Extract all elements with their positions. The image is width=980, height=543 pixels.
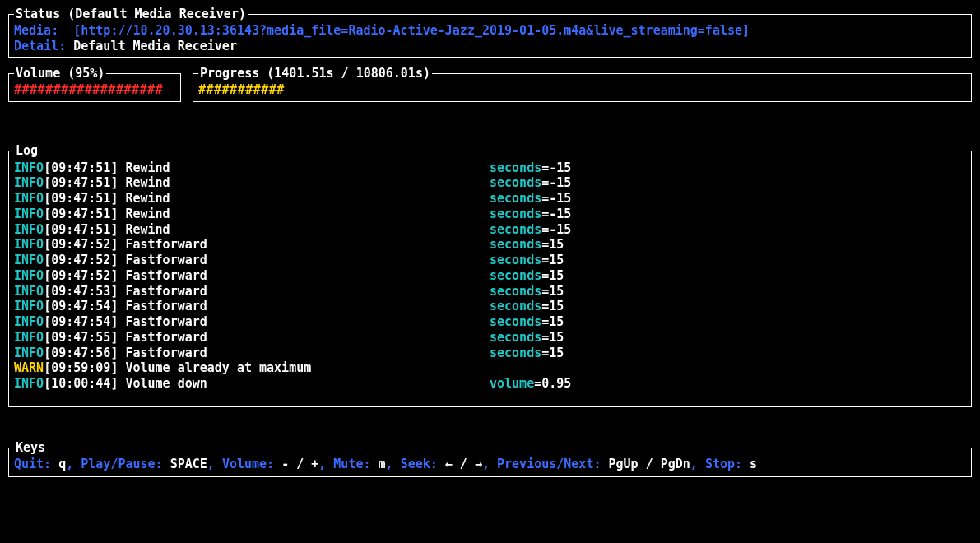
status-detail-label: Detail:: [14, 39, 66, 53]
log-param-value: 15: [549, 237, 564, 252]
log-level: INFO: [14, 207, 44, 221]
progress-bar: ###########: [198, 82, 966, 98]
log-timestamp: [09:47:52]: [44, 253, 125, 267]
status-title: Status (Default Media Receiver): [14, 7, 248, 22]
log-line: INFO[09:47:53] Fastforward seconds=15: [14, 284, 966, 299]
log-param-value: -15: [549, 207, 571, 221]
log-timestamp: [09:47:52]: [44, 237, 125, 252]
log-line: INFO[09:47:55] Fastforward seconds=15: [14, 330, 966, 346]
log-message: Fastforward: [125, 314, 490, 329]
log-timestamp: [09:47:51]: [44, 207, 125, 221]
log-param-eq: =: [541, 268, 549, 283]
log-message: Fastforward: [125, 330, 490, 345]
log-param-key: seconds: [490, 268, 541, 283]
log-level: INFO: [14, 253, 44, 267]
log-param-eq: =: [541, 346, 549, 360]
log-param-eq: =: [534, 376, 541, 391]
log-lines: INFO[09:47:51] Rewind seconds=-15INFO[09…: [14, 160, 966, 392]
keys-key: ← / →: [445, 457, 482, 471]
log-message: Fastforward: [125, 268, 490, 283]
log-param-key: seconds: [490, 207, 541, 221]
log-param-value: -15: [549, 191, 571, 206]
log-param-key: seconds: [490, 175, 541, 190]
log-timestamp: [09:47:54]: [44, 299, 125, 313]
volume-bar: ###################: [14, 82, 175, 98]
log-param-key: seconds: [490, 160, 541, 175]
log-message: Volume already at maximum: [125, 360, 490, 375]
log-param-key: seconds: [490, 299, 541, 313]
volume-panel: Volume (95%) ###################: [8, 66, 181, 102]
log-param-eq: =: [541, 207, 549, 221]
log-level: INFO: [14, 222, 44, 237]
keys-label: Volume:: [222, 457, 281, 471]
log-param-key: seconds: [490, 237, 541, 252]
keys-key: m: [379, 457, 386, 471]
log-param-value: 15: [549, 299, 564, 313]
keys-key: q: [58, 457, 66, 471]
log-param-eq: =: [541, 284, 549, 299]
log-line: INFO[09:47:54] Fastforward seconds=15: [14, 314, 966, 330]
log-timestamp: [10:00:44]: [44, 376, 125, 391]
log-param-key: volume: [490, 376, 534, 391]
log-param-key: seconds: [490, 253, 541, 267]
log-level: INFO: [14, 160, 44, 175]
log-message: Fastforward: [125, 299, 490, 313]
log-param-eq: =: [541, 191, 549, 206]
keys-key: SPACE: [170, 457, 207, 471]
log-message: Volume down: [125, 376, 490, 391]
log-param-key: seconds: [490, 222, 541, 237]
keys-separator: ,: [318, 457, 333, 471]
log-message: Rewind: [125, 175, 490, 190]
log-title: Log: [14, 143, 39, 159]
keys-panel: Keys Quit: q, Play/Pause: SPACE, Volume:…: [8, 440, 972, 478]
log-param-key: seconds: [490, 314, 541, 329]
log-param-value: 0.95: [541, 376, 571, 391]
log-line: INFO[10:00:44] Volume down volume=0.95: [14, 376, 966, 392]
keys-separator: ,: [386, 457, 401, 471]
log-level: WARN: [14, 360, 44, 375]
log-param-eq: =: [541, 175, 549, 190]
log-param-value: -15: [549, 222, 571, 237]
log-message: Fastforward: [125, 346, 490, 360]
log-level: INFO: [14, 284, 44, 299]
volume-title: Volume (95%): [14, 66, 106, 81]
log-timestamp: [09:47:54]: [44, 314, 125, 329]
keys-separator: ,: [482, 457, 497, 471]
log-line: INFO[09:47:51] Rewind seconds=-15: [14, 191, 966, 207]
status-media-value: [http://10.20.30.13:36143?media_file=Rad…: [73, 23, 750, 38]
log-level: INFO: [14, 330, 44, 345]
log-param-key: seconds: [490, 330, 541, 345]
log-timestamp: [09:47:53]: [44, 284, 125, 299]
log-param-key: seconds: [490, 191, 541, 206]
log-param-eq: =: [541, 160, 549, 175]
keys-key: - / +: [281, 457, 318, 471]
keys-label: Stop:: [705, 457, 750, 471]
log-param-value: 15: [549, 253, 564, 267]
keys-label: Quit:: [14, 457, 58, 471]
log-param-value: 15: [549, 314, 564, 329]
log-message: Fastforward: [125, 253, 490, 267]
log-timestamp: [09:47:51]: [44, 222, 125, 237]
progress-title: Progress (1401.51s / 10806.01s): [198, 66, 432, 81]
log-line: INFO[09:47:52] Fastforward seconds=15: [14, 253, 966, 268]
keys-label: Seek:: [401, 457, 445, 471]
log-timestamp: [09:47:52]: [44, 268, 125, 283]
keys-separator: ,: [690, 457, 705, 471]
keys-key: s: [750, 457, 757, 471]
log-timestamp: [09:47:51]: [44, 191, 125, 206]
keys-label: Mute:: [333, 457, 378, 471]
keys-label: Play/Pause:: [81, 457, 170, 471]
keys-separator: ,: [207, 457, 222, 471]
log-line: INFO[09:47:51] Rewind seconds=-15: [14, 207, 966, 222]
keys-title: Keys: [14, 440, 47, 456]
log-param-value: 15: [549, 268, 564, 283]
log-line: INFO[09:47:51] Rewind seconds=-15: [14, 175, 966, 191]
log-panel: Log INFO[09:47:51] Rewind seconds=-15INF…: [8, 143, 972, 407]
log-param-value: 15: [549, 330, 564, 345]
log-level: INFO: [14, 268, 44, 283]
log-param-value: -15: [549, 175, 571, 190]
log-timestamp: [09:47:51]: [44, 160, 125, 175]
log-param-key: seconds: [490, 284, 541, 299]
progress-panel: Progress (1401.51s / 10806.01s) ########…: [193, 66, 972, 102]
log-timestamp: [09:47:56]: [44, 346, 125, 360]
